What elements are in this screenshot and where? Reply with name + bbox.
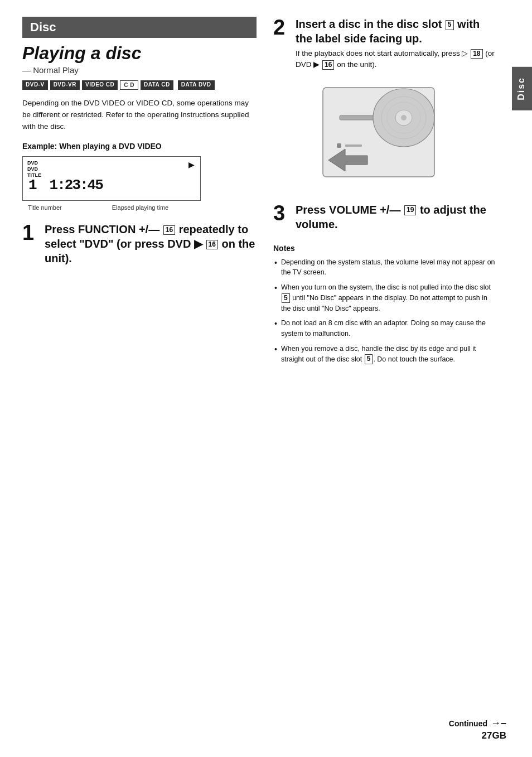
body-text: Depending on the DVD VIDEO or VIDEO CD, …: [22, 98, 257, 133]
step2-arrow1: ▷: [462, 49, 468, 57]
step-3-content: Press VOLUME +/— 19 to adjust the volume…: [296, 202, 495, 232]
section-header: Disc: [22, 17, 257, 38]
note-2: When you turn on the system, the disc is…: [273, 282, 495, 314]
step-2-content: Insert a disc in the disc slot 5 with th…: [296, 17, 495, 71]
step-2-subtext: If the playback does not start automatic…: [296, 48, 495, 71]
notes-list: Depending on the system status, the volu…: [273, 257, 495, 365]
display-elapsed: 1:23:45: [50, 177, 103, 194]
note-4: When you remove a disc, handle the disc …: [273, 344, 495, 365]
page-title: Playing a disc: [22, 44, 257, 63]
continued-label: Continued: [449, 719, 487, 728]
ref-box-5b: 5: [282, 293, 290, 303]
page-subtitle: — Normal Play: [22, 65, 257, 75]
display-play-icon: ▶: [188, 160, 195, 169]
page-number: 27GB: [449, 730, 506, 741]
ref-box-16c: 16: [322, 60, 334, 70]
step-1-number: 1: [22, 222, 38, 243]
step-1: 1 Press FUNCTION +/— 16 repeatedly to se…: [22, 222, 257, 266]
badge-datacd: DATA CD: [141, 80, 173, 90]
ref-box-18: 18: [471, 49, 482, 59]
dvd-display: DVD DVD TITLE ▶ 1 1:23:45: [22, 156, 201, 201]
badge-dvdvr: DVD-VR: [50, 80, 80, 90]
note-3: Do not load an 8 cm disc with an adaptor…: [273, 318, 495, 339]
ref-box-19: 19: [404, 205, 416, 215]
sidebar-section-label: Disc: [512, 67, 532, 110]
badge-videocd: VIDEO CD: [82, 80, 118, 90]
display-title-digit: 1: [28, 177, 36, 194]
ref-box-16a: 16: [163, 225, 175, 235]
ref-box-16b: 16: [206, 240, 218, 250]
badge-cd: C D: [120, 80, 138, 90]
svg-rect-8: [345, 144, 362, 147]
badge-dvdv: DVD-V: [22, 80, 48, 90]
bottom-bar: Continued →– 27GB: [449, 717, 506, 741]
display-corner-label: DVD DVD TITLE: [27, 160, 41, 178]
step-2-text: Insert a disc in the disc slot 5 with th…: [296, 17, 495, 46]
disc-illustration: [306, 76, 462, 194]
svg-rect-7: [337, 143, 341, 148]
step-3-number: 3: [273, 202, 289, 224]
step1-arrow: ▶: [194, 238, 202, 250]
continued-arrow-icon: →–: [491, 717, 506, 729]
example-heading: Example: When playing a DVD VIDEO: [22, 142, 257, 151]
ref-box-5c: 5: [365, 354, 373, 364]
note-1: Depending on the system status, the volu…: [273, 257, 495, 278]
step2-arrow2: ▶: [313, 60, 320, 69]
step-3: 3 Press VOLUME +/— 19 to adjust the volu…: [273, 202, 495, 232]
step-2-number: 2: [273, 17, 289, 38]
step-3-text: Press VOLUME +/— 19 to adjust the volume…: [296, 202, 495, 232]
ref-box-5a: 5: [446, 20, 454, 30]
svg-point-4: [401, 115, 407, 120]
elapsed-time-label: Elapsed playing time: [112, 204, 169, 211]
step-2: 2 Insert a disc in the disc slot 5 with …: [273, 17, 495, 71]
step-1-text: Press FUNCTION +/— 16 repeatedly to sele…: [45, 222, 257, 266]
notes-section: Notes Depending on the system status, th…: [273, 244, 495, 365]
notes-heading: Notes: [273, 244, 495, 253]
display-labels: Title number Elapsed playing time: [22, 204, 257, 211]
display-numbers: 1 1:23:45: [28, 177, 195, 194]
step-1-content: Press FUNCTION +/— 16 repeatedly to sele…: [45, 222, 257, 266]
title-number-label: Title number: [28, 204, 62, 211]
format-badges: DVD-V DVD-VR VIDEO CD C D DATA CD DATA D…: [22, 80, 257, 90]
badge-datadvd: DATA DVD: [178, 80, 215, 90]
